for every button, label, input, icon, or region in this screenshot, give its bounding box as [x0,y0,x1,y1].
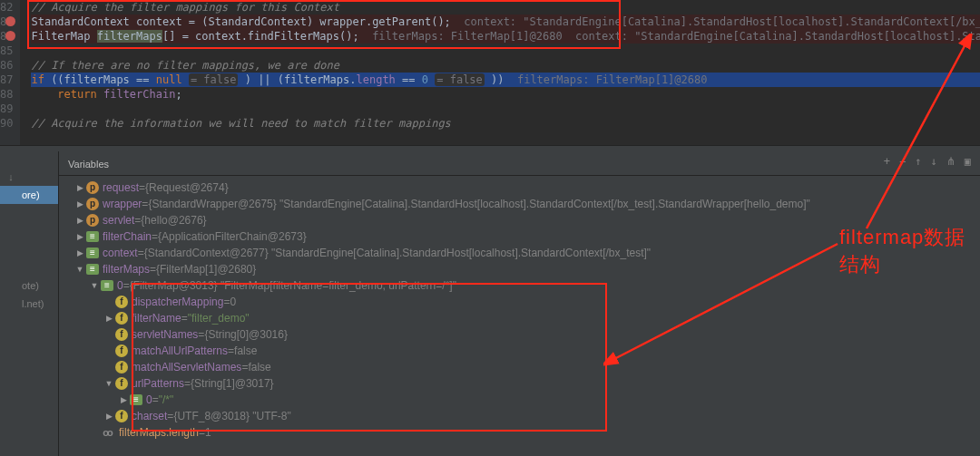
variable-node[interactable]: fmatchAllServletNames = false [63,359,980,375]
type-badge-icon: ≡ [86,231,99,242]
type-badge-icon: p [86,198,99,210]
type-badge-icon: ≡ [101,280,113,291]
var-value: {Request@2674} [145,179,229,196]
var-name: 0 [117,277,123,294]
variable-node[interactable]: fdispatcherMapping = 0 [63,294,980,310]
frame-item[interactable] [0,258,58,277]
toolbar-button[interactable]: + [884,155,890,168]
expand-arrow-icon[interactable]: ▶ [74,245,86,261]
code-area[interactable]: // Acquire the filter mappings for this … [20,0,980,145]
var-value: {StandardWrapper@2675} "StandardEngine[C… [148,196,809,212]
code-line[interactable]: StandardContext context = (StandardConte… [31,15,980,29]
variable-node[interactable]: ▶fcharset = {UTF_8@3018} "UTF-8" [63,408,980,424]
type-badge-icon: ≡ [86,247,99,258]
var-value: false [234,343,257,359]
type-badge-icon: f [115,312,128,325]
variable-node[interactable]: ▼furlPatterns = {String[1]@3017} [63,375,980,392]
var-name: filterChain [103,228,152,245]
frame-item[interactable]: ↓ [0,168,58,186]
toolbar-button[interactable]: ⋔ [946,155,956,168]
variables-panel: Variables +−↑↓⋔▣ ▶prequest = {Request@26… [59,151,980,456]
expand-arrow-icon[interactable]: ▶ [74,228,86,245]
frame-item[interactable] [0,204,58,222]
variables-header: Variables [59,151,980,176]
frame-item[interactable]: l.net) [0,295,58,313]
expand-arrow-icon[interactable]: ▶ [103,408,115,424]
type-badge-icon: p [86,181,99,194]
frame-item[interactable] [0,222,58,240]
line-number[interactable]: 83 [0,15,20,29]
toolbar-button[interactable]: ↑ [915,155,921,168]
var-value: {FilterMap@3013} "FilterMap[filterName=f… [130,277,456,294]
frame-item[interactable] [0,240,58,258]
frame-item[interactable]: ore) [0,186,58,204]
debugger-panel: ↓ore)ote)l.net) Variables +−↑↓⋔▣ ▶preque… [0,151,980,456]
line-number[interactable]: 90 [0,116,20,131]
var-value: {UTF_8@3018} "UTF-8" [173,408,290,424]
var-name: 0 [146,392,152,408]
expand-arrow-icon[interactable]: ▶ [74,212,86,228]
variable-node[interactable]: oofilterMaps.length = 1 [63,424,980,441]
code-line[interactable]: FilterMap filterMaps[] = context.findFil… [31,29,980,44]
variable-node[interactable]: fmatchAllUrlPatterns = false [63,343,980,359]
expand-arrow-icon[interactable]: ▼ [88,277,101,294]
variable-node[interactable]: ▶≡0 = "/*" [63,392,980,408]
var-value: 1 [205,424,211,441]
line-number[interactable]: 84 [0,29,20,44]
variables-toolbar: +−↑↓⋔▣ [884,155,971,168]
code-line[interactable] [31,44,980,58]
expand-arrow-icon[interactable]: ▶ [74,196,86,212]
var-name: charset [132,408,167,424]
variable-node[interactable]: ▼≡0 = {FilterMap@3013} "FilterMap[filter… [63,277,980,294]
code-line[interactable]: return filterChain; [31,87,980,102]
type-badge-icon: f [115,377,128,390]
code-line[interactable]: if ((filterMaps == null = false ) || (fi… [31,73,980,87]
line-number[interactable]: 87 [0,73,20,87]
code-line[interactable]: // If there are no filter mappings, we a… [31,58,980,73]
variable-node[interactable]: fservletNames = {String[0]@3016} [63,326,980,343]
code-line[interactable]: // Acquire the information we will need … [31,116,980,131]
var-value: {hello@2676} [141,212,206,228]
expand-arrow-icon[interactable]: ▶ [103,310,115,326]
type-badge-icon: p [86,214,99,227]
var-name: servlet [103,212,134,228]
type-badge-icon: f [115,361,128,374]
code-line[interactable] [31,102,980,116]
var-name: filterName [132,310,181,326]
var-name: filterMaps [103,261,150,277]
variable-node[interactable]: ▶prequest = {Request@2674} [63,179,980,196]
toolbar-button[interactable]: ↓ [931,155,937,168]
expand-arrow-icon[interactable]: ▶ [74,179,86,196]
expand-arrow-icon[interactable]: ▶ [117,392,130,408]
frames-panel[interactable]: ↓ore)ote)l.net) [0,151,59,456]
code-editor[interactable]: 828384858687888990 // Acquire the filter… [0,0,980,145]
line-number[interactable]: 86 [0,58,20,73]
line-number[interactable]: 88 [0,87,20,102]
var-value: {StandardContext@2677} "StandardEngine[C… [144,245,651,261]
var-value: {FilterMap[1]@2680} [156,261,256,277]
var-value: "/*" [159,392,174,408]
variable-node[interactable]: ▶ffilterName = "filter_demo" [63,310,980,326]
type-badge-icon: f [115,410,128,422]
code-line[interactable]: // Acquire the filter mappings for this … [31,0,980,15]
expand-arrow-icon[interactable]: ▼ [103,375,115,392]
var-name: wrapper [103,196,142,212]
variables-tree[interactable]: ▶prequest = {Request@2674}▶pwrapper = {S… [59,176,980,441]
variable-node[interactable]: ▶pwrapper = {StandardWrapper@2675} "Stan… [63,196,980,212]
toolbar-button[interactable]: − [899,155,906,168]
var-value: 0 [230,294,236,310]
type-badge-icon: ≡ [86,264,99,275]
var-value: {ApplicationFilterChain@2673} [158,228,307,245]
line-number[interactable]: 82 [0,0,20,15]
type-badge-icon: ≡ [130,394,142,405]
toolbar-button[interactable]: ▣ [965,155,971,168]
var-value: {String[0]@3016} [204,326,288,343]
frame-item[interactable]: ote) [0,277,58,295]
expand-arrow-icon[interactable]: ▼ [74,261,86,277]
line-number[interactable]: 85 [0,44,20,58]
var-name: context [103,245,138,261]
splitter[interactable] [0,145,980,151]
var-name: filterMaps.length [119,424,199,441]
var-value: "filter_demo" [188,310,250,326]
line-number[interactable]: 89 [0,102,20,116]
